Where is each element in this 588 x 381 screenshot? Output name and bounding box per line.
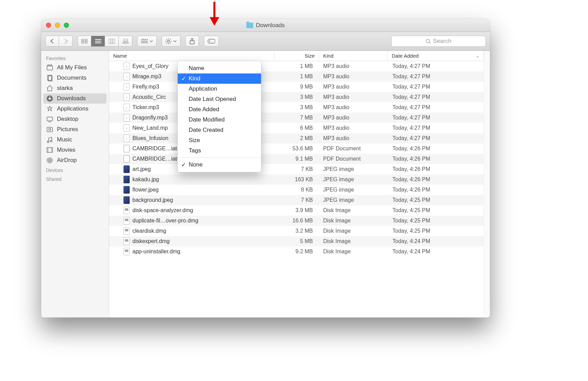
sidebar-item-label: Music: [57, 136, 72, 143]
file-row[interactable]: CAMBRIDGE…iate_Stud.pdf53.6 MBPDF Docume…: [109, 143, 484, 154]
svg-rect-40: [47, 117, 52, 121]
tags-button[interactable]: [204, 36, 219, 47]
menu-item-date-last-opened[interactable]: Date Last Opened: [178, 94, 261, 104]
file-row[interactable]: duplicate-fil…over-pro.dmg16.6 MBDisk Im…: [109, 216, 484, 226]
svg-point-50: [48, 159, 51, 162]
view-column-button[interactable]: [105, 36, 119, 47]
view-icon-button[interactable]: [78, 36, 91, 47]
file-icon: [124, 176, 130, 183]
sidebar-item-label: All My Files: [57, 64, 87, 71]
sidebar-item-all-my-files[interactable]: All My Files: [41, 62, 109, 73]
file-row[interactable]: New_Land.mp6 MBMP3 audioToday, 4:27 PM: [109, 123, 484, 133]
file-size: 7 MB: [274, 115, 319, 121]
file-row[interactable]: cleardisk.dmg3.2 MBDisk ImageToday, 4:25…: [109, 226, 484, 236]
menu-item-application[interactable]: Application: [178, 84, 261, 94]
file-kind: MP3 audio: [319, 73, 388, 80]
file-name: Eyes_of_Glory: [132, 63, 168, 69]
file-icon: [124, 207, 130, 214]
file-row[interactable]: Ticker.mp33 MBMP3 audioToday, 4:27 PM: [109, 102, 484, 113]
file-icon: [124, 217, 130, 224]
file-date: Today, 4:25 PM: [388, 228, 484, 234]
file-kind: Disk Image: [319, 238, 388, 244]
share-button[interactable]: [185, 36, 199, 47]
menu-item-none[interactable]: ✓None: [178, 160, 261, 170]
file-icon: [124, 238, 130, 245]
titlebar[interactable]: Downloads: [41, 19, 490, 32]
file-row[interactable]: diskexpert.dmg5 MBDisk ImageToday, 4:24 …: [109, 236, 484, 246]
file-row[interactable]: kakadu.jpg163 KBJPEG imageToday, 4:26 PM: [109, 174, 484, 185]
file-row[interactable]: Firefly.mp39 MBMP3 audioToday, 4:27 PM: [109, 82, 484, 92]
file-size: 6 MB: [274, 125, 319, 131]
file-row[interactable]: Eyes_of_Glory1 MBMP3 audioToday, 4:27 PM: [109, 61, 484, 71]
file-kind: MP3 audio: [319, 115, 388, 121]
column-date-added[interactable]: Date Added⌄: [388, 51, 484, 61]
check-icon: ✓: [181, 75, 186, 82]
file-row[interactable]: Dragonfly.mp37 MBMP3 audioToday, 4:27 PM: [109, 113, 484, 123]
file-row[interactable]: background.jpeg7 KBJPEG imageToday, 4:25…: [109, 195, 484, 205]
view-coverflow-button[interactable]: [119, 36, 132, 47]
column-name[interactable]: Name: [109, 51, 274, 61]
svg-point-43: [49, 128, 51, 130]
file-kind: JPEG image: [319, 197, 388, 203]
menu-item-name[interactable]: Name: [178, 63, 261, 73]
menu-item-date-created[interactable]: Date Created: [178, 125, 261, 135]
menu-item-size[interactable]: Size: [178, 135, 261, 146]
airdrop-icon: [46, 157, 54, 164]
file-icon: [124, 186, 130, 194]
file-row[interactable]: app-uninstaller.dmg9.2 MBDisk ImageToday…: [109, 246, 484, 257]
gear-icon: [165, 38, 172, 44]
search-input[interactable]: Search: [391, 36, 486, 47]
check-icon: ✓: [181, 161, 186, 169]
file-size: 5 MB: [274, 238, 319, 244]
pictures-icon: [46, 126, 54, 133]
action-button[interactable]: [162, 36, 180, 47]
column-size[interactable]: Size: [274, 51, 319, 61]
fullscreen-button[interactable]: [64, 23, 69, 28]
file-date: Today, 4:25 PM: [388, 218, 484, 224]
toolbar: Search: [41, 32, 490, 51]
sidebar-item-desktop[interactable]: Desktop: [41, 114, 109, 124]
sidebar-item-label: Applications: [57, 105, 89, 112]
scrollbar[interactable]: [484, 51, 490, 318]
file-icon: [124, 62, 130, 70]
menu-item-tags[interactable]: Tags: [178, 146, 261, 156]
arrange-button[interactable]: [137, 36, 157, 47]
back-button[interactable]: [45, 36, 59, 47]
file-row[interactable]: Mirage.mp31 MBMP3 audioToday, 4:27 PM: [109, 71, 484, 82]
sidebar-item-starka[interactable]: starka: [41, 83, 109, 93]
file-row[interactable]: Blues_Infusion2 MBMP3 audioToday, 4:27 P…: [109, 133, 484, 143]
svg-rect-15: [141, 39, 143, 40]
menu-item-kind[interactable]: ✓Kind: [178, 73, 261, 84]
chevron-down-icon: [173, 40, 177, 43]
menu-item-date-added[interactable]: Date Added: [178, 104, 261, 115]
file-row[interactable]: CAMBRIDGE…iate_Work.pdf9.1 MBPDF Documen…: [109, 154, 484, 164]
file-list[interactable]: Eyes_of_Glory1 MBMP3 audioToday, 4:27 PM…: [109, 61, 484, 318]
file-date: Today, 4:27 PM: [388, 115, 484, 121]
home-icon: [46, 84, 54, 92]
file-row[interactable]: flower.jpeg8 KBJPEG imageToday, 4:26 PM: [109, 185, 484, 195]
svg-rect-9: [109, 39, 115, 44]
sidebar-item-movies[interactable]: Movies: [41, 145, 109, 155]
menu-item-date-modified[interactable]: Date Modified: [178, 115, 261, 125]
arrange-menu: Name✓KindApplicationDate Last OpenedDate…: [177, 61, 261, 172]
minimize-button[interactable]: [55, 23, 60, 28]
movies-icon: [46, 146, 54, 154]
forward-button[interactable]: [59, 36, 73, 47]
file-row[interactable]: Acoustic_Circ3 MBMP3 audioToday, 4:27 PM: [109, 92, 484, 102]
file-row[interactable]: disk-space-analyzer.dmg3.9 MBDisk ImageT…: [109, 205, 484, 216]
search-icon: [426, 39, 431, 44]
close-button[interactable]: [46, 23, 51, 28]
view-list-button[interactable]: [91, 36, 105, 47]
file-kind: JPEG image: [319, 166, 388, 172]
sidebar-item-pictures[interactable]: Pictures: [41, 124, 109, 135]
sidebar-item-downloads[interactable]: Downloads: [43, 93, 107, 104]
sidebar-item-applications[interactable]: Applications: [41, 104, 109, 114]
sidebar-item-airdrop[interactable]: AirDrop: [41, 155, 109, 165]
file-row[interactable]: art.jpeg7 KBJPEG imageToday, 4:26 PM: [109, 164, 484, 174]
file-icon: [124, 196, 130, 204]
column-kind[interactable]: Kind: [319, 51, 388, 61]
file-size: 3.2 MB: [274, 228, 319, 234]
sidebar-item-documents[interactable]: Documents: [41, 73, 109, 83]
sidebar-item-music[interactable]: Music: [41, 135, 109, 145]
file-name: New_Land.mp: [132, 125, 168, 131]
